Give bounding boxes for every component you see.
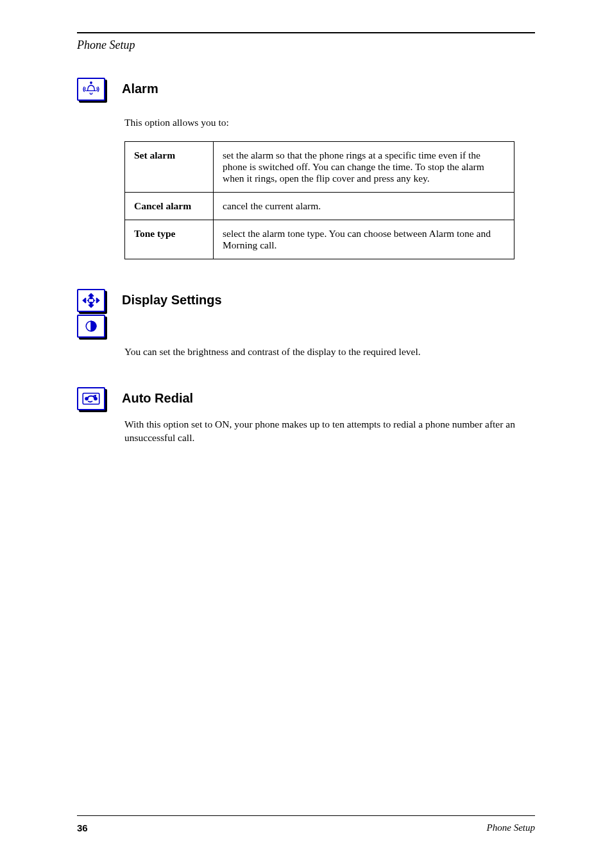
auto-redial-icon [77, 387, 105, 410]
svg-point-5 [94, 397, 97, 400]
option-name: Tone type [134, 228, 175, 239]
page-title: Phone Setup [77, 39, 535, 52]
display-body-text: You can set the brightness and contrast … [124, 345, 535, 359]
table-row: Cancel alarm cancel the current alarm. [125, 192, 514, 220]
footer-section-title: Phone Setup [487, 822, 535, 833]
alarm-heading: Alarm [122, 78, 158, 96]
option-desc: set the alarm so that the phone rings at… [214, 141, 514, 192]
brightness-arrows-icon [77, 289, 105, 312]
svg-point-4 [85, 397, 88, 400]
option-desc: cancel the current alarm. [214, 192, 514, 220]
table-row: Set alarm set the alarm so that the phon… [125, 141, 514, 192]
option-name: Cancel alarm [134, 200, 191, 211]
alarm-option-table: Set alarm set the alarm so that the phon… [124, 141, 514, 259]
alarm-intro-text: This option allows you to: [124, 116, 535, 130]
option-name: Set alarm [134, 150, 175, 161]
option-desc: select the alarm tone type. You can choo… [214, 220, 514, 259]
autoredial-body-text: With this option set to ON, your phone m… [124, 418, 535, 445]
table-row: Tone type select the alarm tone type. Yo… [125, 220, 514, 259]
svg-point-0 [90, 82, 92, 83]
autoredial-heading: Auto Redial [122, 387, 193, 406]
contrast-circle-icon [77, 315, 105, 338]
page-number: 36 [77, 822, 88, 833]
alarm-bell-icon [77, 78, 105, 101]
display-heading: Display Settings [122, 289, 222, 308]
